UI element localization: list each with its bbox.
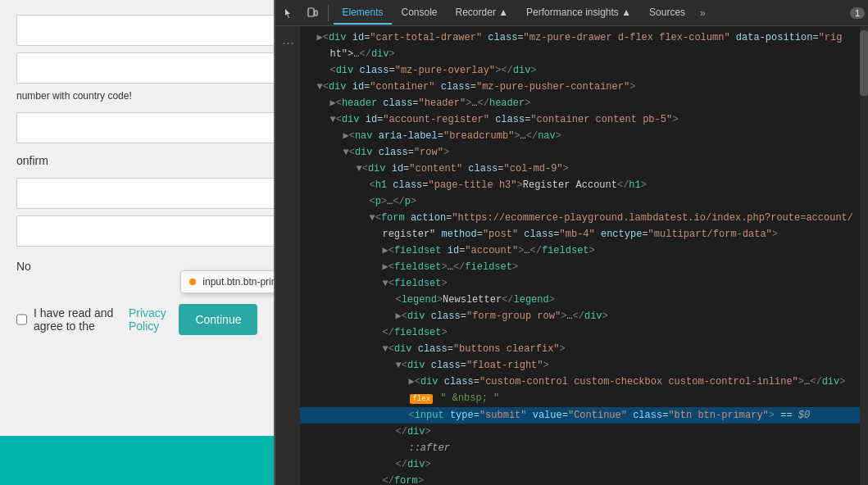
dom-line[interactable]: ht">…</div>: [300, 46, 860, 62]
tooltip-dot: [189, 279, 196, 285]
dom-line[interactable]: register" method="post" class="mb-4" enc…: [300, 226, 860, 242]
element-tooltip: input.btn.btn-primary 84.66 × 37.61: [180, 270, 274, 293]
svg-rect-1: [315, 11, 317, 16]
scrollbar-thumb[interactable]: [860, 30, 868, 96]
dom-line[interactable]: ▼<div class="row">: [300, 144, 860, 161]
elements-panel[interactable]: ▶<div id="cart-total-drawer" class="mz-p…: [300, 26, 860, 485]
tab-elements[interactable]: Elements: [334, 2, 391, 25]
svg-rect-0: [308, 8, 314, 16]
dom-line[interactable]: <h1 class="page-title h3">Register Accou…: [300, 177, 860, 193]
device-icon-button[interactable]: [302, 4, 323, 22]
dom-line[interactable]: ▼<div id="account-register" class="conta…: [300, 111, 860, 128]
tab-console[interactable]: Console: [393, 2, 446, 25]
dom-line[interactable]: </div>: [300, 456, 860, 473]
dom-line[interactable]: ▼<div id="content" class="col-md-9">: [300, 161, 860, 177]
dom-line[interactable]: </fieldset>: [300, 324, 860, 341]
more-tabs-button[interactable]: »: [695, 7, 711, 19]
dom-line[interactable]: ▼<div id="container" class="mz-pure-push…: [300, 79, 860, 95]
tab-performance[interactable]: Performance insights ▲: [518, 2, 639, 25]
dom-line[interactable]: flex " &nbsp; ": [300, 390, 860, 407]
form-field-2[interactable]: [16, 52, 274, 84]
dom-line[interactable]: <input type="submit" value="Continue" cl…: [300, 407, 860, 424]
notification-badge: 1: [850, 7, 865, 19]
form-field-3[interactable]: [16, 112, 274, 143]
dom-line[interactable]: ▼<fieldset>: [300, 275, 860, 292]
tooltip-element-label: input.btn.btn-primary: [202, 276, 274, 288]
dom-line[interactable]: <div class="mz-pure-overlay"></div>: [300, 62, 860, 79]
dom-line[interactable]: ▶<header class="header">…</header>: [300, 95, 860, 111]
dom-line[interactable]: ▶<div id="cart-total-drawer" class="mz-p…: [300, 29, 860, 46]
dom-line[interactable]: </form>: [300, 473, 860, 485]
tab-recorder[interactable]: Recorder ▲: [448, 2, 517, 25]
dom-line[interactable]: <p>…</p>: [300, 193, 860, 210]
dom-line[interactable]: ▶<fieldset id="account">…</fieldset>: [300, 242, 860, 259]
dom-line[interactable]: ▶<fieldset>…</fieldset>: [300, 259, 860, 275]
dom-line[interactable]: ▼<form action="https://ecommerce-playgro…: [300, 210, 860, 226]
privacy-checkbox[interactable]: [16, 313, 27, 326]
tab-sources[interactable]: Sources: [641, 2, 693, 25]
cursor-icon-button[interactable]: [279, 4, 300, 22]
continue-button[interactable]: Continue: [179, 304, 257, 335]
scrollbar[interactable]: [860, 26, 868, 485]
country-code-note: number with country code!: [16, 90, 257, 106]
dom-line[interactable]: ▶<div class="form-group row">…</div>: [300, 308, 860, 324]
form-field-1[interactable]: [16, 15, 274, 46]
checkbox-label: I have read and agree to the: [34, 306, 122, 333]
dom-line[interactable]: ▶<nav aria-label="breadcrumb">…</nav>: [300, 128, 860, 144]
devtools-toolbar: Elements Console Recorder ▲ Performance …: [275, 0, 868, 26]
form-field-5[interactable]: [16, 215, 274, 247]
bottom-bar: [0, 436, 274, 485]
dom-line[interactable]: ::after: [300, 440, 860, 456]
dom-line[interactable]: ▼<div class="buttons clearfix">: [300, 341, 860, 357]
dom-gutter: …: [275, 26, 300, 485]
devtools-panel: Elements Console Recorder ▲ Performance …: [274, 0, 868, 485]
ellipsis-indicator: …: [281, 33, 294, 48]
devtools-content: … ▶<div id="cart-total-drawer" class="mz…: [275, 26, 868, 485]
dom-line[interactable]: ▼<div class="float-right">: [300, 357, 860, 374]
privacy-policy-link[interactable]: Privacy Policy: [129, 306, 172, 333]
dom-line[interactable]: <legend>Newsletter</legend>: [300, 292, 860, 308]
dom-line[interactable]: ▶<div class="custom-control custom-check…: [300, 374, 860, 390]
form-panel: number with country code! onfirm No inpu…: [0, 0, 274, 485]
form-field-4[interactable]: [16, 178, 274, 209]
confirm-label: onfirm: [16, 150, 257, 171]
dom-line[interactable]: </div>: [300, 424, 860, 440]
